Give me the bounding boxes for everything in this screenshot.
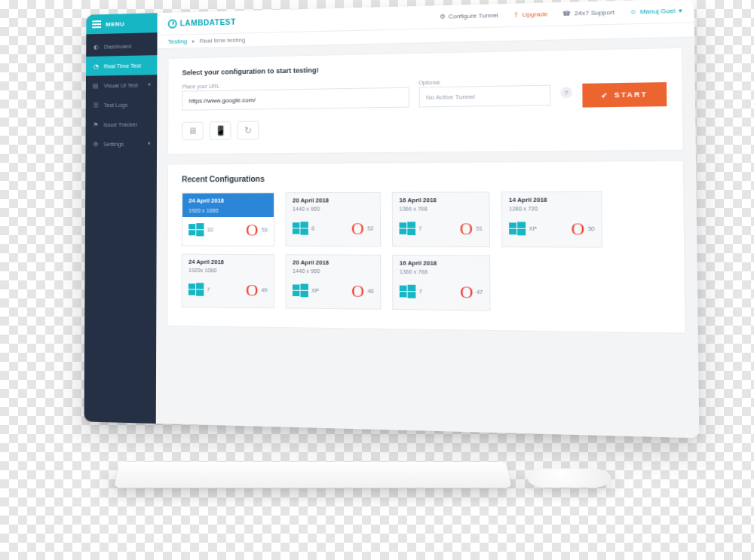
keyboard-mock	[114, 462, 512, 488]
card-date: 16 April 2018	[393, 192, 489, 206]
card-date: 24 April 2018	[182, 193, 274, 208]
card-resolution: 1280 x 720	[502, 206, 601, 214]
svg-rect-10	[400, 228, 407, 234]
os-version: 8	[311, 225, 314, 231]
chain-icon: ⚙	[440, 13, 446, 20]
opera-icon: O	[460, 283, 473, 301]
url-input[interactable]	[182, 87, 409, 111]
history-button[interactable]: ↻	[238, 121, 259, 140]
main: LAMBDATEST ⚙ Configure Tunnel ⇪ Upgrade …	[156, 0, 700, 438]
sidebar-item-settings[interactable]: ⚙Settings▾	[85, 133, 157, 154]
card-date: 14 April 2018	[502, 192, 601, 206]
svg-rect-22	[293, 290, 299, 295]
top-links: ⚙ Configure Tunnel ⇪ Upgrade ☎ 24x7 Supp…	[440, 7, 682, 20]
logo[interactable]: LAMBDATEST	[168, 17, 236, 28]
svg-rect-12	[509, 222, 516, 228]
svg-rect-2	[188, 230, 195, 235]
mouse-mock	[527, 469, 611, 488]
sidebar-item-label: Real Time Test	[104, 62, 141, 69]
sidebar-item-issue-tracker[interactable]: ⚑Issue Tracker	[86, 114, 158, 134]
svg-rect-20	[293, 284, 299, 289]
svg-rect-0	[188, 224, 195, 229]
configure-tunnel-link[interactable]: ⚙ Configure Tunnel	[440, 12, 498, 20]
svg-rect-7	[300, 228, 308, 234]
brand-name: LAMBDATEST	[180, 18, 236, 28]
config-card[interactable]: 24 April 20181920 x 108010O53	[182, 192, 274, 246]
info-icon[interactable]: ?	[560, 87, 572, 98]
breadcrumb-current: Real time testing	[200, 36, 246, 44]
mobile-device-button[interactable]: 📱	[210, 121, 231, 140]
browser-version: 48	[367, 289, 373, 294]
config-panel: Select your configuration to start testi…	[167, 47, 684, 155]
sidebar-item-label: Dashboard	[104, 42, 131, 50]
config-card[interactable]: 20 April 20181440 x 9008O52	[286, 192, 381, 247]
logo-clock-icon	[168, 19, 177, 28]
windows-icon	[400, 221, 416, 237]
browser-version: 51	[476, 226, 483, 231]
user-menu[interactable]: ☺ Manuj Goel ▾	[630, 7, 682, 15]
windows-icon	[400, 283, 416, 299]
tunnel-select[interactable]: No Active Tunnel	[418, 85, 550, 108]
menu-label: MENU	[106, 20, 124, 28]
svg-rect-26	[400, 292, 407, 297]
browser-version: 47	[477, 289, 483, 295]
os-version: XP	[529, 226, 537, 231]
upgrade-link[interactable]: ⇪ Upgrade	[513, 11, 547, 19]
svg-rect-9	[407, 222, 415, 228]
opera-icon: O	[571, 220, 584, 237]
gear-icon: ⚙	[91, 140, 99, 148]
svg-rect-23	[300, 290, 308, 296]
browser-version: 49	[262, 287, 268, 292]
sidebar-item-test-logs[interactable]: ☰Test Logs	[86, 94, 158, 115]
headset-icon: ☎	[562, 10, 571, 17]
browser-version: 50	[588, 226, 595, 231]
config-card[interactable]: 16 April 20181366 x 7687O47	[392, 255, 490, 311]
upgrade-label: Upgrade	[522, 11, 547, 18]
svg-rect-4	[293, 222, 299, 228]
side-nav: ◐Dashboard◔Real Time Test▤Visual UI Test…	[84, 32, 158, 424]
svg-rect-27	[408, 292, 416, 298]
breadcrumb-root[interactable]: Testing	[168, 38, 188, 45]
tunnel-field: Optional No Active Tunnel	[418, 78, 550, 107]
desktop-device-button[interactable]: 🖥	[182, 121, 203, 140]
svg-rect-19	[196, 289, 204, 295]
start-label: START	[615, 90, 648, 99]
sidebar-item-label: Visual UI Test	[104, 81, 138, 89]
svg-rect-16	[188, 283, 195, 289]
svg-rect-3	[196, 230, 204, 236]
config-card[interactable]: 16 April 20181366 x 7687O51	[392, 191, 490, 247]
windows-icon	[188, 282, 204, 298]
start-button[interactable]: ➶ START	[582, 82, 667, 108]
menu-toggle[interactable]: MENU	[86, 13, 157, 34]
card-date: 20 April 2018	[287, 255, 380, 268]
config-card[interactable]: 20 April 20181440 x 900XPO48	[286, 254, 382, 310]
sidebar-item-label: Test Logs	[103, 101, 127, 108]
opera-icon: O	[246, 222, 258, 239]
config-card[interactable]: 14 April 20181280 x 720XPO50	[501, 191, 602, 248]
svg-rect-25	[408, 284, 416, 290]
tunnel-value: No Active Tunnel	[426, 93, 475, 100]
sidebar-item-dashboard[interactable]: ◐Dashboard	[86, 35, 157, 57]
layers-icon: ▤	[92, 81, 100, 89]
windows-icon	[293, 283, 308, 298]
sidebar-item-visual-ui-test[interactable]: ▤Visual UI Test▾	[86, 75, 157, 96]
list-icon: ☰	[92, 101, 100, 109]
os-version: 7	[207, 287, 210, 292]
user-name: Manuj Goel	[640, 8, 676, 16]
recent-panel: Recent Configurations 24 April 20181920 …	[167, 161, 685, 334]
svg-rect-18	[188, 289, 195, 295]
config-card[interactable]: 24 April 20181920x 10807O49	[182, 254, 274, 309]
svg-rect-5	[300, 222, 308, 228]
support-link[interactable]: ☎ 24x7 Support	[562, 9, 615, 17]
sidebar-item-real-time-test[interactable]: ◔Real Time Test	[86, 55, 157, 76]
hamburger-icon	[92, 20, 101, 28]
breadcrumb-sep: ▸	[192, 38, 195, 44]
rocket-icon: ⇪	[513, 11, 519, 19]
svg-rect-14	[509, 228, 516, 234]
windows-icon	[509, 221, 526, 237]
os-version: XP	[311, 288, 319, 293]
chevron-down-icon: ▾	[679, 7, 682, 14]
svg-rect-17	[196, 283, 204, 289]
recent-title: Recent Configurations	[182, 173, 667, 184]
url-field: Place your URL	[182, 80, 409, 110]
